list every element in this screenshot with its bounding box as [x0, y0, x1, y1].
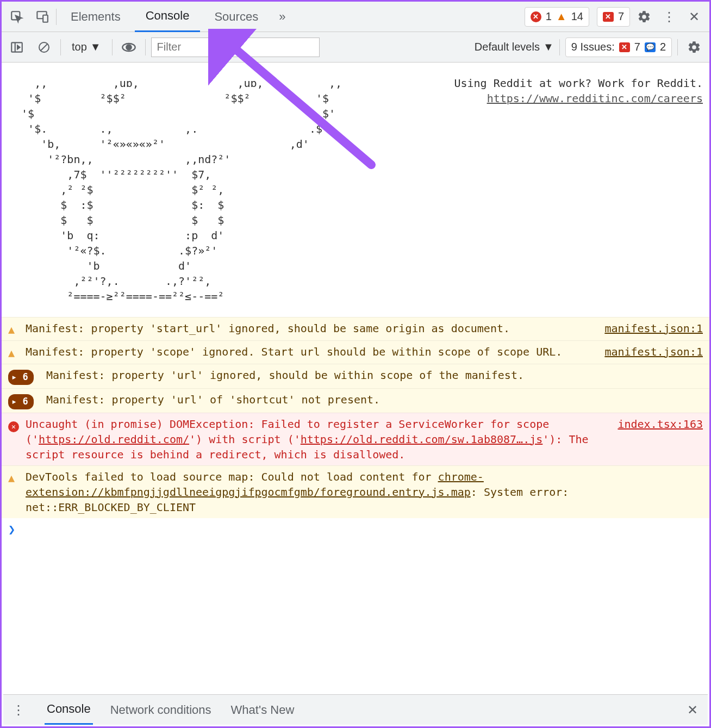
divider	[145, 39, 146, 55]
log-message: Manifest: property 'start_url' ignored, …	[26, 321, 594, 336]
warning-icon: ▲	[8, 344, 20, 360]
context-selector[interactable]: top ▼	[66, 41, 107, 53]
drawer-tab-network-conditions[interactable]: Network conditions	[108, 695, 214, 725]
svg-line-7	[41, 44, 47, 51]
console-log-row: ▲Manifest: property 'scope' ignored. Sta…	[2, 340, 709, 364]
console-log-row: ▲DevTools failed to load source map: Cou…	[2, 465, 709, 518]
log-message: Uncaught (in promise) DOMException: Fail…	[26, 416, 607, 462]
feedback-red-icon: ✕	[603, 12, 614, 22]
log-message: Manifest: property 'scope' ignored. Star…	[26, 344, 594, 359]
feedback-counter[interactable]: ✕ 7	[597, 7, 630, 27]
tab-sources[interactable]: Sources	[203, 2, 269, 32]
error-icon: ✕	[8, 416, 20, 433]
context-label: top	[72, 41, 87, 53]
svg-point-10	[126, 45, 131, 49]
filter-input[interactable]	[151, 38, 320, 57]
drawer-kebab-icon[interactable]: ⋮	[8, 699, 29, 721]
devtools-top-toolbar: Elements Console Sources » ✕ 1 ▲ 14 ✕ 7 …	[2, 2, 709, 32]
device-toolbar-icon[interactable]	[31, 6, 53, 28]
svg-marker-5	[17, 45, 20, 49]
levels-label: Default levels	[475, 41, 540, 53]
issues-counter[interactable]: 9 Issues: ✕ 7 💬 2	[565, 38, 672, 57]
dropdown-icon: ▼	[543, 41, 554, 53]
inspect-element-icon[interactable]	[6, 6, 28, 28]
drawer-close-icon[interactable]: ✕	[682, 699, 703, 721]
divider	[677, 39, 678, 55]
careers-link[interactable]: https://www.redditinc.com/careers	[487, 92, 703, 105]
settings-gear-icon[interactable]	[633, 6, 655, 28]
console-log-ascii: ,, ,uɒ, ,uɒ, ,, '$ ²$$² ²$$² '$ '$ $' '$…	[2, 63, 709, 317]
divider	[56, 9, 57, 25]
source-link[interactable]: index.tsx:163	[618, 416, 703, 432]
warning-icon: ▲	[556, 10, 567, 23]
log-message: Manifest: property 'url' ignored, should…	[46, 368, 703, 383]
log-levels-selector[interactable]: Default levels ▼	[475, 41, 554, 53]
issues-feedback-count: 2	[660, 41, 666, 53]
source-link[interactable]: manifest.json:1	[604, 321, 703, 336]
feedback-count: 7	[618, 10, 624, 23]
console-settings-gear-icon[interactable]	[683, 36, 705, 58]
dropdown-icon: ▼	[90, 41, 101, 53]
sidebar-toggle-icon[interactable]	[6, 36, 28, 58]
divider	[559, 39, 560, 55]
console-prompt[interactable]: ❯	[2, 518, 709, 542]
console-log-row: ▸ 6Manifest: property 'url' of 'shortcut…	[2, 388, 709, 413]
tab-console[interactable]: Console	[135, 2, 201, 32]
warning-icon: ▲	[8, 321, 20, 337]
console-toolbar: top ▼ Default levels ▼ 9 Issues: ✕ 7 💬 2	[2, 32, 709, 63]
warning-count: 14	[571, 10, 583, 23]
issues-err-icon: ✕	[619, 42, 630, 52]
live-expression-icon[interactable]	[118, 36, 140, 58]
expand-count-badge[interactable]: ▸ 6	[8, 392, 41, 409]
close-icon[interactable]: ✕	[683, 6, 705, 28]
warning-icon: ▲	[8, 469, 20, 486]
issues-label: 9 Issues:	[571, 41, 615, 53]
prompt-chevron-icon: ❯	[8, 521, 15, 538]
log-message: Manifest: property 'url' of 'shortcut' n…	[46, 392, 703, 407]
svg-rect-2	[43, 15, 48, 22]
log-message: DevTools failed to load source map: Coul…	[26, 469, 703, 515]
error-icon: ✕	[531, 11, 541, 22]
ascii-art: ,, ,uɒ, ,uɒ, ,, '$ ²$$² ²$$² '$ '$ $' '$…	[8, 76, 342, 304]
divider	[60, 39, 61, 55]
expand-count-badge[interactable]: ▸ 6	[8, 368, 41, 385]
error-warning-counter[interactable]: ✕ 1 ▲ 14	[525, 7, 589, 27]
error-count: 1	[546, 10, 552, 23]
console-log-area[interactable]: ,, ,uɒ, ,uɒ, ,, '$ ²$$² ²$$² '$ '$ $' '$…	[2, 63, 709, 696]
tab-elements[interactable]: Elements	[60, 2, 132, 32]
console-log-row: ▸ 6Manifest: property 'url' ignored, sho…	[2, 364, 709, 388]
console-log-row: ✕Uncaught (in promise) DOMException: Fai…	[2, 413, 709, 465]
divider	[112, 39, 113, 55]
drawer-tab-console[interactable]: Console	[45, 695, 93, 725]
ascii-side-message: Using Reddit at work? Work for Reddit. h…	[353, 65, 703, 315]
console-log-row: ▲Manifest: property 'start_url' ignored,…	[2, 317, 709, 340]
kebab-menu-icon[interactable]: ⋮	[658, 6, 680, 28]
drawer: ⋮ Console Network conditions What's New …	[3, 694, 708, 725]
issues-feedback-icon: 💬	[645, 42, 656, 52]
clear-console-icon[interactable]	[33, 36, 55, 58]
more-tabs-icon[interactable]: »	[272, 10, 292, 24]
drawer-tab-whats-new[interactable]: What's New	[229, 695, 297, 725]
issues-err-count: 7	[634, 41, 640, 53]
source-link[interactable]: manifest.json:1	[604, 344, 703, 359]
side-text: Using Reddit at work? Work for Reddit.	[454, 77, 703, 90]
